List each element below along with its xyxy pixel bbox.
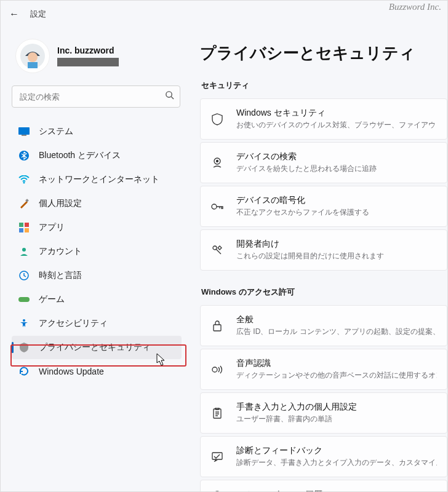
nav-windows-update[interactable]: Windows Update — [12, 360, 182, 383]
back-icon[interactable]: ← — [9, 9, 19, 20]
system-icon — [18, 125, 30, 138]
clipboard-icon — [210, 407, 224, 420]
permission-cards: 全般広告 ID、ローカル コンテンツ、アプリの起動、設定の提案、生産性向上ツール… — [200, 305, 447, 492]
card-sub: ユーザー辞書、辞書内の単語 — [236, 414, 437, 424]
nav-bluetooth[interactable]: Bluetooth とデバイス — [12, 144, 182, 167]
brand-watermark: Buzzword Inc. — [389, 2, 441, 12]
card-title: デバイスの検索 — [236, 151, 437, 162]
person-icon — [18, 245, 30, 258]
nav-label: Windows Update — [39, 367, 104, 376]
search-input[interactable] — [12, 85, 180, 108]
security-cards: Windows セキュリティお使いのデバイスのウイルス対策、ブラウザー、ファイア… — [200, 98, 447, 271]
nav-label: 時刻と言語 — [39, 270, 82, 281]
nav-accessibility[interactable]: アクセシビリティ — [12, 312, 182, 335]
nav-label: Bluetooth とデバイス — [39, 150, 121, 161]
nav-label: アクセシビリティ — [39, 318, 108, 329]
card-sub: 広告 ID、ローカル コンテンツ、アプリの起動、設定の提案、生産性向上ツール — [236, 327, 437, 337]
card-general[interactable]: 全般広告 ID、ローカル コンテンツ、アプリの起動、設定の提案、生産性向上ツール — [200, 305, 447, 346]
svg-line-4 — [171, 97, 174, 99]
card-title: 音声認識 — [236, 358, 437, 369]
location-icon — [210, 156, 224, 170]
nav-label: ゲーム — [39, 294, 65, 305]
search-icon — [165, 90, 174, 101]
card-title: Windows セキュリティ — [236, 108, 437, 119]
key-icon — [210, 200, 224, 213]
svg-rect-22 — [214, 325, 221, 331]
card-title: 診断とフィードバック — [236, 445, 437, 456]
svg-point-1 — [28, 52, 38, 62]
profile-block[interactable]: Inc. buzzword — [12, 34, 182, 82]
profile-name: Inc. buzzword — [57, 46, 119, 55]
bluetooth-icon — [18, 149, 30, 162]
svg-rect-9 — [25, 199, 29, 202]
clock-icon — [18, 269, 30, 282]
brush-icon — [18, 197, 30, 210]
nav-system[interactable]: システム — [12, 120, 182, 143]
window-title: 設定 — [30, 9, 46, 20]
nav-accounts[interactable]: アカウント — [12, 240, 182, 263]
svg-rect-11 — [25, 223, 29, 227]
card-title: 開発者向け — [236, 239, 437, 250]
svg-point-19 — [217, 160, 218, 162]
shield-icon — [18, 341, 30, 354]
avatar — [15, 39, 50, 73]
apps-icon — [18, 221, 30, 234]
profile-email-redacted — [57, 58, 119, 66]
card-sub: ディクテーションやその他の音声ベースの対話に使用するオンライン音声認識 — [236, 370, 437, 381]
card-title: アクティビティの履歴 — [236, 490, 437, 492]
tools-icon — [210, 244, 224, 257]
shield-outline-icon — [210, 113, 224, 126]
nav-label: アプリ — [39, 222, 65, 233]
nav-label: 個人用設定 — [39, 198, 82, 209]
nav-list: システム Bluetooth とデバイス ネットワークとインターネット 個人用設… — [12, 120, 182, 383]
svg-rect-26 — [212, 453, 222, 459]
titlebar: ← 設定 — [1, 1, 447, 28]
update-icon — [18, 365, 30, 378]
card-developer[interactable]: 開発者向けこれらの設定は開発目的だけに使用されます — [200, 229, 447, 271]
card-speech[interactable]: 音声認識ディクテーションやその他の音声ベースの対話に使用するオンライン音声認識 — [200, 349, 447, 390]
card-activity-history[interactable]: アクティビティの履歴 — [200, 480, 447, 492]
nav-time-language[interactable]: 時刻と言語 — [12, 264, 182, 287]
card-inking-typing[interactable]: 手書き入力と入力の個人用設定ユーザー辞書、辞書内の単語 — [200, 392, 447, 434]
nav-apps[interactable]: アプリ — [12, 216, 182, 239]
svg-point-20 — [212, 204, 217, 209]
svg-rect-2 — [28, 62, 38, 68]
svg-rect-12 — [19, 228, 23, 232]
section-security-title: セキュリティ — [201, 80, 447, 91]
accessibility-icon — [18, 317, 30, 330]
svg-rect-5 — [18, 127, 30, 135]
nav-personalization[interactable]: 個人用設定 — [12, 192, 182, 215]
card-diagnostics[interactable]: 診断とフィードバック診断データ、手書き入力とタイプ入力のデータ、カスタマイズされ… — [200, 436, 447, 477]
svg-rect-13 — [25, 228, 29, 232]
card-title: 手書き入力と入力の個人用設定 — [236, 402, 437, 413]
nav-privacy-security[interactable]: プライバシーとセキュリティ — [12, 336, 182, 359]
nav-network[interactable]: ネットワークとインターネット — [12, 168, 182, 191]
search-box[interactable] — [12, 85, 180, 108]
card-sub: これらの設定は開発目的だけに使用されます — [236, 251, 437, 261]
card-find-device[interactable]: デバイスの検索デバイスを紛失したと思われる場合に追跡 — [200, 142, 447, 183]
svg-rect-16 — [18, 297, 30, 302]
card-sub: 不正なアクセスからファイルを保護する — [236, 207, 437, 218]
section-permissions-title: Windows のアクセス許可 — [201, 287, 447, 298]
lock-icon — [210, 319, 224, 333]
card-device-encryption[interactable]: デバイスの暗号化不正なアクセスからファイルを保護する — [200, 186, 447, 227]
gamepad-icon — [18, 293, 30, 306]
card-sub: デバイスを紛失したと思われる場合に追跡 — [236, 164, 437, 174]
card-sub: お使いのデバイスのウイルス対策、ブラウザー、ファイアウォール、およびネットワーク… — [236, 120, 437, 130]
card-windows-security[interactable]: Windows セキュリティお使いのデバイスのウイルス対策、ブラウザー、ファイア… — [200, 98, 447, 140]
nav-label: ネットワークとインターネット — [39, 174, 159, 185]
speech-icon — [210, 363, 224, 376]
svg-point-8 — [23, 182, 25, 184]
history-icon — [210, 489, 224, 492]
svg-point-17 — [23, 319, 25, 322]
nav-label: システム — [39, 126, 73, 137]
svg-point-23 — [212, 367, 217, 372]
card-title: デバイスの暗号化 — [236, 195, 437, 206]
card-sub: 診断データ、手書き入力とタイプ入力のデータ、カスタマイズされたエクスペリエンス — [236, 458, 437, 468]
svg-point-14 — [22, 248, 26, 252]
page-title: プライバシーとセキュリティ — [200, 42, 447, 64]
nav-label: アカウント — [39, 246, 82, 257]
nav-gaming[interactable]: ゲーム — [12, 288, 182, 311]
svg-rect-6 — [22, 135, 26, 136]
sidebar: Inc. buzzword システム Bluetooth とデバイス ネットワー… — [1, 28, 185, 492]
